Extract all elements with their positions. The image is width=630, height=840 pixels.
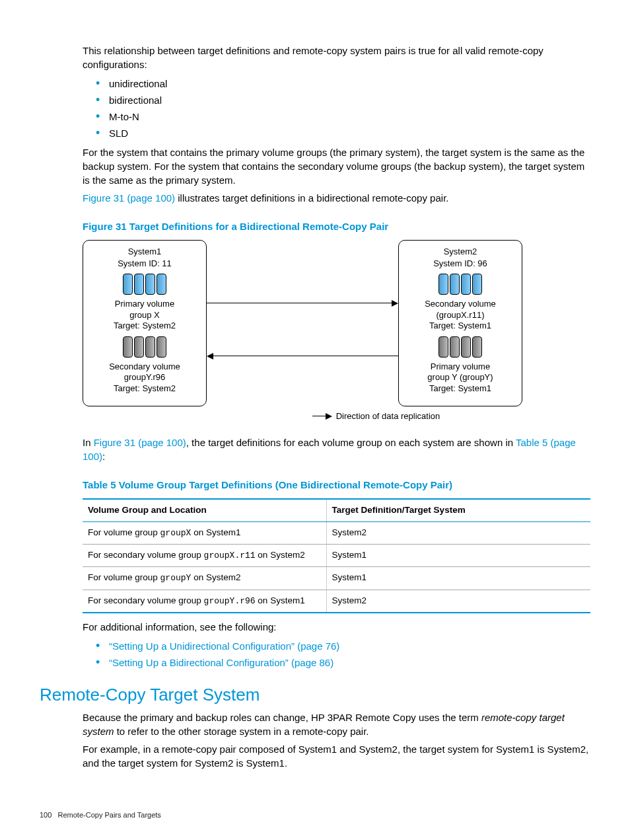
list-item: “Setting Up a Bidirectional Configuratio… [96, 656, 590, 669]
additional-info-label: For additional information, see the foll… [83, 620, 590, 634]
system1-box: System1 System ID: 11 Primary volume gro… [83, 240, 207, 406]
volume-cylinders-icon [402, 274, 519, 295]
list-item: unidirectional [96, 77, 590, 91]
list-item: bidirectional [96, 93, 590, 107]
volume-cylinders-icon [402, 336, 519, 358]
text: to refer to the other storage system in … [114, 726, 369, 737]
text: on System1 [256, 595, 305, 605]
text: Target: System2 [86, 383, 203, 394]
cell: System2 [326, 521, 590, 544]
arrow-right-icon [312, 413, 332, 420]
table-row: For secondary volume group groupY.r96 on… [83, 590, 590, 613]
arrow-area [207, 240, 398, 406]
see-link[interactable]: “Setting Up a Unidirectional Configurati… [109, 640, 339, 652]
table-header-row: Volume Group and Location Target Definit… [83, 499, 590, 521]
page-footer: 100 Remote-Copy Pairs and Targets [40, 810, 161, 820]
section-heading: Remote-Copy Target System [40, 683, 590, 706]
page-number: 100 [40, 811, 52, 819]
system2-id: System ID: 96 [402, 258, 519, 270]
target-definitions-table: Volume Group and Location Target Definit… [83, 498, 590, 613]
arrow-right-icon [207, 300, 398, 307]
text: on System2 [191, 572, 240, 582]
table-row: For volume group groupX on System1 Syste… [83, 521, 590, 544]
table-row: For secondary volume group groupX.r11 on… [83, 545, 590, 567]
text: (groupX.r11) [402, 310, 519, 321]
text: Secondary volume [86, 362, 203, 372]
list-item: “Setting Up a Unidirectional Configurati… [96, 639, 590, 653]
cell: System2 [326, 590, 590, 613]
figure-ref-link[interactable]: Figure 31 (page 100) [94, 437, 186, 448]
text: For volume group [88, 572, 160, 582]
text: Target: System1 [402, 383, 519, 394]
arrow-left-icon [207, 353, 398, 360]
text: Target: System2 [86, 321, 203, 331]
code-text: groupX.r11 [204, 551, 256, 560]
table-header: Target Definition/Target System [326, 499, 590, 521]
volume-cylinders-icon [86, 336, 203, 358]
system2-box: System2 System ID: 96 Secondary volume (… [398, 240, 522, 406]
text: For secondary volume group [88, 595, 204, 605]
system1-name: System1 [86, 246, 203, 258]
paragraph-primary-backup: For the system that contains the primary… [83, 145, 590, 187]
text: group X [86, 310, 203, 321]
list-item: SLD [96, 126, 590, 140]
text: group Y (groupY) [402, 372, 519, 383]
text: For volume group [88, 527, 160, 537]
text: , the target definitions for each volume… [186, 437, 516, 448]
volume-cylinders-icon [86, 274, 203, 295]
intro-paragraph: This relationship between target definit… [83, 44, 590, 71]
text: Because the primary and backup roles can… [83, 712, 481, 723]
text: on System1 [191, 527, 240, 537]
code-text: groupY.r96 [204, 596, 256, 606]
text: For secondary volume group [88, 550, 204, 560]
table-row: For volume group groupY on System2 Syste… [83, 567, 590, 590]
paragraph-figure-ref: Figure 31 (page 100) illustrates target … [83, 191, 590, 205]
text: Target: System1 [402, 321, 519, 331]
table-caption: Table 5 Volume Group Target Definitions … [83, 478, 590, 492]
table-header: Volume Group and Location [83, 499, 326, 521]
paragraph-table-ref: In Figure 31 (page 100), the target defi… [83, 436, 590, 463]
text: illustrates target definitions in a bidi… [175, 192, 448, 204]
legend-text: Direction of data replication [336, 410, 440, 422]
figure-caption: Figure 31 Target Definitions for a Bidir… [83, 219, 590, 233]
cell: System1 [326, 567, 590, 590]
text: on System2 [256, 550, 305, 560]
footer-title: Remote-Copy Pairs and Targets [58, 811, 161, 819]
text: Secondary volume [402, 299, 519, 309]
see-link[interactable]: “Setting Up a Bidirectional Configuratio… [109, 657, 333, 668]
code-text: groupY [160, 573, 192, 583]
code-text: groupX [160, 528, 192, 538]
config-list: unidirectional bidirectional M-to-N SLD [83, 77, 590, 140]
list-item: M-to-N [96, 110, 590, 124]
cell: System1 [326, 545, 590, 567]
figure-diagram: System1 System ID: 11 Primary volume gro… [83, 240, 590, 422]
text: Primary volume [86, 299, 203, 309]
figure-ref-link[interactable]: Figure 31 (page 100) [83, 192, 175, 204]
paragraph-target-system: Because the primary and backup roles can… [83, 710, 590, 738]
paragraph-example: For example, in a remote-copy pair compo… [83, 742, 590, 770]
system2-name: System2 [402, 246, 519, 258]
text: In [83, 437, 94, 448]
text: groupY.r96 [86, 372, 203, 383]
diagram-legend: Direction of data replication [83, 410, 590, 422]
see-links-list: “Setting Up a Unidirectional Configurati… [83, 639, 590, 669]
text: : [102, 451, 105, 462]
text: Primary volume [402, 362, 519, 372]
system1-id: System ID: 11 [86, 258, 203, 270]
